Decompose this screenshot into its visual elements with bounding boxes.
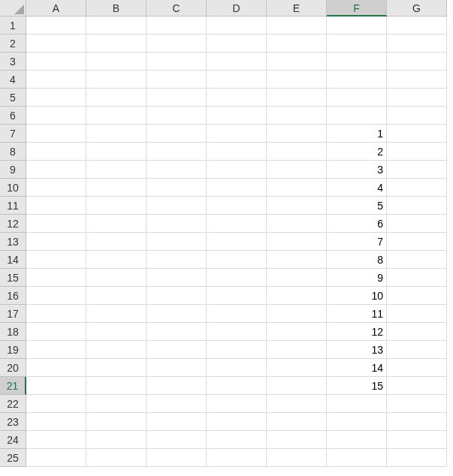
- cell-A17[interactable]: [26, 305, 86, 323]
- cell-G13[interactable]: [387, 233, 447, 251]
- cell-E25[interactable]: [267, 449, 327, 467]
- row-header-4[interactable]: 4: [0, 71, 26, 89]
- row-header-8[interactable]: 8: [0, 143, 26, 161]
- cell-A7[interactable]: [26, 125, 86, 143]
- column-header-E[interactable]: E: [267, 0, 327, 17]
- row-header-6[interactable]: 6: [0, 107, 26, 125]
- cell-C17[interactable]: [146, 305, 207, 323]
- select-all-corner[interactable]: [0, 0, 26, 17]
- row-header-20[interactable]: 20: [0, 359, 26, 377]
- cell-F17[interactable]: 11: [327, 305, 387, 323]
- cell-A15[interactable]: [26, 269, 86, 287]
- cell-E2[interactable]: [267, 35, 327, 53]
- cell-E4[interactable]: [267, 71, 327, 89]
- cell-C14[interactable]: [146, 251, 207, 269]
- cell-C8[interactable]: [146, 143, 207, 161]
- cell-C24[interactable]: [146, 431, 207, 449]
- cell-D2[interactable]: [207, 35, 267, 53]
- cell-D20[interactable]: [207, 359, 267, 377]
- cell-G1[interactable]: [387, 17, 447, 35]
- cell-E18[interactable]: [267, 323, 327, 341]
- cell-B4[interactable]: [86, 71, 146, 89]
- row-header-16[interactable]: 16: [0, 287, 26, 305]
- cell-B12[interactable]: [86, 215, 146, 233]
- cell-A2[interactable]: [26, 35, 86, 53]
- cell-E12[interactable]: [267, 215, 327, 233]
- cell-G20[interactable]: [387, 359, 447, 377]
- cell-A20[interactable]: [26, 359, 86, 377]
- cell-A6[interactable]: [26, 107, 86, 125]
- cell-E8[interactable]: [267, 143, 327, 161]
- cell-G8[interactable]: [387, 143, 447, 161]
- row-header-13[interactable]: 13: [0, 233, 26, 251]
- cell-A8[interactable]: [26, 143, 86, 161]
- cell-A19[interactable]: [26, 341, 86, 359]
- cell-E9[interactable]: [267, 161, 327, 179]
- cell-F19[interactable]: 13: [327, 341, 387, 359]
- cell-E19[interactable]: [267, 341, 327, 359]
- cell-D24[interactable]: [207, 431, 267, 449]
- cell-G18[interactable]: [387, 323, 447, 341]
- cell-C12[interactable]: [146, 215, 207, 233]
- cell-D7[interactable]: [207, 125, 267, 143]
- cell-B3[interactable]: [86, 53, 146, 71]
- cell-F13[interactable]: 7: [327, 233, 387, 251]
- row-header-15[interactable]: 15: [0, 269, 26, 287]
- cell-A13[interactable]: [26, 233, 86, 251]
- cell-B2[interactable]: [86, 35, 146, 53]
- cell-F22[interactable]: [327, 395, 387, 413]
- cell-B22[interactable]: [86, 395, 146, 413]
- row-header-23[interactable]: 23: [0, 413, 26, 431]
- cell-D15[interactable]: [207, 269, 267, 287]
- cell-B17[interactable]: [86, 305, 146, 323]
- row-header-24[interactable]: 24: [0, 431, 26, 449]
- cell-E1[interactable]: [267, 17, 327, 35]
- row-header-21[interactable]: 21: [0, 377, 26, 395]
- cell-G14[interactable]: [387, 251, 447, 269]
- cell-D3[interactable]: [207, 53, 267, 71]
- cell-F16[interactable]: 10: [327, 287, 387, 305]
- cell-G6[interactable]: [387, 107, 447, 125]
- column-header-F[interactable]: F: [327, 0, 387, 17]
- cell-D19[interactable]: [207, 341, 267, 359]
- cell-G25[interactable]: [387, 449, 447, 467]
- cell-C3[interactable]: [146, 53, 207, 71]
- cell-F15[interactable]: 9: [327, 269, 387, 287]
- cell-B1[interactable]: [86, 17, 146, 35]
- cell-G4[interactable]: [387, 71, 447, 89]
- cell-E10[interactable]: [267, 179, 327, 197]
- cell-D1[interactable]: [207, 17, 267, 35]
- cell-D13[interactable]: [207, 233, 267, 251]
- column-header-A[interactable]: A: [26, 0, 86, 17]
- cell-C4[interactable]: [146, 71, 207, 89]
- cell-C21[interactable]: [146, 377, 207, 395]
- cell-E21[interactable]: [267, 377, 327, 395]
- cell-E5[interactable]: [267, 89, 327, 107]
- cell-D11[interactable]: [207, 197, 267, 215]
- cell-F3[interactable]: [327, 53, 387, 71]
- cell-C5[interactable]: [146, 89, 207, 107]
- cell-G16[interactable]: [387, 287, 447, 305]
- cell-G10[interactable]: [387, 179, 447, 197]
- cell-F25[interactable]: [327, 449, 387, 467]
- cell-D12[interactable]: [207, 215, 267, 233]
- cell-A4[interactable]: [26, 71, 86, 89]
- cell-G9[interactable]: [387, 161, 447, 179]
- cell-B11[interactable]: [86, 197, 146, 215]
- row-header-18[interactable]: 18: [0, 323, 26, 341]
- cell-F9[interactable]: 3: [327, 161, 387, 179]
- cell-E13[interactable]: [267, 233, 327, 251]
- cell-B14[interactable]: [86, 251, 146, 269]
- cell-A10[interactable]: [26, 179, 86, 197]
- cell-B15[interactable]: [86, 269, 146, 287]
- cell-D16[interactable]: [207, 287, 267, 305]
- cell-G5[interactable]: [387, 89, 447, 107]
- cell-C16[interactable]: [146, 287, 207, 305]
- cell-B23[interactable]: [86, 413, 146, 431]
- cell-B18[interactable]: [86, 323, 146, 341]
- cell-D5[interactable]: [207, 89, 267, 107]
- row-header-9[interactable]: 9: [0, 161, 26, 179]
- cell-C10[interactable]: [146, 179, 207, 197]
- cell-E15[interactable]: [267, 269, 327, 287]
- cell-B5[interactable]: [86, 89, 146, 107]
